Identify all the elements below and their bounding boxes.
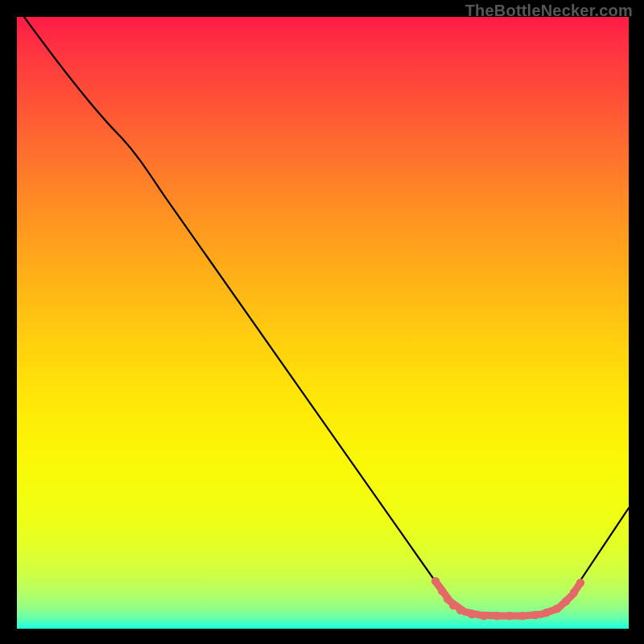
bottleneck-curve	[24, 17, 629, 614]
chart-svg	[17, 17, 629, 629]
marker-dot	[449, 601, 457, 609]
marker-dot	[576, 579, 584, 587]
marker-dot	[431, 577, 440, 585]
chart-plot-area	[17, 17, 629, 629]
marker-dot	[444, 595, 452, 603]
marker-dot	[570, 588, 578, 597]
marker-dot	[456, 606, 464, 614]
marker-dot	[518, 612, 526, 620]
marker-dot	[438, 587, 446, 595]
marker-dot	[543, 609, 551, 617]
marker-dot	[468, 610, 476, 618]
marker-dot	[553, 605, 561, 613]
marker-dot	[562, 597, 570, 605]
marker-dot	[531, 611, 539, 619]
marker-dot	[493, 612, 501, 620]
marker-dot	[506, 612, 514, 620]
marker-dot	[480, 612, 488, 620]
